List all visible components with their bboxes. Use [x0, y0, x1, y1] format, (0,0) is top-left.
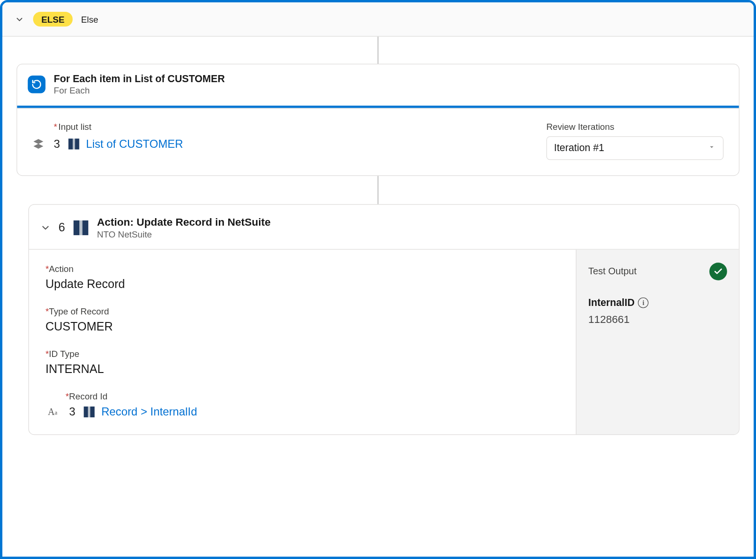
input-list-link[interactable]: List of CUSTOMER	[86, 137, 183, 151]
svg-rect-1	[72, 139, 75, 150]
test-output-title: Test Output	[588, 266, 636, 277]
svg-rect-3	[74, 220, 80, 235]
source-step-number: 3	[54, 137, 60, 151]
success-check-icon	[709, 263, 727, 281]
field-id-type: *ID Type INTERNAL	[45, 349, 559, 376]
iteration-select-value: Iteration #1	[554, 142, 604, 154]
info-icon[interactable]: i	[638, 297, 649, 308]
field-record-id: *Record Id Aa 3 Record > InternalId	[66, 391, 559, 419]
svg-rect-8	[90, 407, 94, 417]
svg-rect-6	[84, 407, 88, 417]
else-branch-header[interactable]: ELSE Else	[2, 2, 754, 37]
foreach-header: For Each item in List of CUSTOMER For Ea…	[17, 64, 739, 102]
step-number: 6	[59, 221, 65, 235]
field-type-of-record: *Type of Record CUSTOMER	[45, 306, 559, 334]
output-field-name: InternalID i	[588, 297, 727, 309]
action-step-card[interactable]: 6 Action: Update Record in NetSuite NTO …	[28, 204, 739, 435]
iteration-select[interactable]: Iteration #1	[546, 136, 723, 160]
loop-icon	[28, 76, 46, 93]
action-header: 6 Action: Update Record in NetSuite NTO …	[29, 205, 739, 250]
svg-rect-5	[83, 220, 89, 235]
svg-rect-7	[88, 407, 90, 417]
field-action: *Action Update Record	[45, 264, 559, 291]
chevron-down-icon[interactable]	[40, 222, 52, 233]
review-iterations-label: Review Iterations	[546, 122, 723, 132]
foreach-step-card[interactable]: For Each item in List of CUSTOMER For Ea…	[17, 64, 739, 176]
caret-down-icon	[708, 142, 716, 154]
test-output-panel: Test Output InternalID i 1128661	[576, 250, 739, 434]
text-type-icon: Aa	[45, 405, 60, 419]
svg-rect-0	[68, 139, 72, 150]
flow-connector	[2, 37, 754, 64]
svg-rect-2	[75, 139, 79, 150]
action-subtitle: NTO NetSuite	[97, 229, 271, 239]
svg-rect-4	[79, 220, 82, 235]
action-title: Action: Update Record in NetSuite	[97, 215, 271, 229]
record-id-value[interactable]: Aa 3 Record > InternalId	[45, 405, 559, 419]
else-badge: ELSE	[33, 12, 73, 26]
chevron-down-icon	[14, 14, 25, 25]
layers-icon	[33, 138, 44, 150]
else-label: Else	[81, 14, 98, 24]
record-id-link[interactable]: Record > InternalId	[101, 406, 197, 419]
output-field-value: 1128661	[588, 313, 727, 326]
source-step-number: 3	[69, 406, 75, 419]
foreach-title: For Each item in List of CUSTOMER	[54, 73, 225, 85]
netsuite-icon	[72, 219, 90, 237]
input-list-label: *Input list	[33, 122, 183, 132]
foreach-subtitle: For Each	[54, 85, 225, 96]
flow-connector	[2, 176, 754, 204]
netsuite-icon	[67, 137, 80, 151]
netsuite-icon	[82, 406, 95, 419]
input-list-value[interactable]: 3 List of CUSTOMER	[33, 137, 183, 151]
